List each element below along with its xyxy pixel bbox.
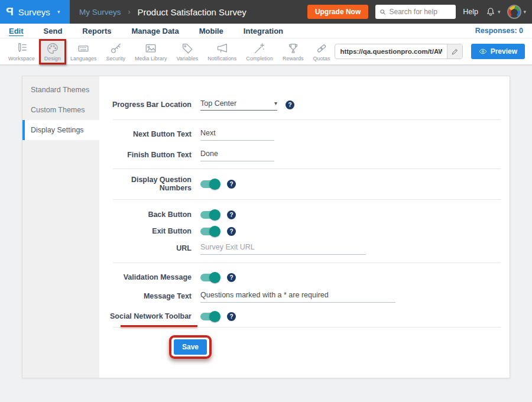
survey-nav: Edit Send Reports Manage Data Mobile Int… bbox=[0, 24, 532, 38]
save-button[interactable]: Save bbox=[174, 339, 207, 355]
nav-manage-data[interactable]: Manage Data bbox=[131, 27, 179, 35]
survey-url-input[interactable] bbox=[335, 48, 447, 55]
back-button-toggle[interactable] bbox=[200, 211, 219, 219]
chevron-down-icon: ▾ bbox=[498, 9, 501, 15]
toolbar-item-media-library[interactable]: Media Library bbox=[130, 40, 172, 64]
exit-url-row: URL bbox=[99, 241, 510, 256]
divider bbox=[113, 119, 501, 120]
breadcrumb: My Surveys › Product Satisfaction Survey bbox=[79, 7, 246, 17]
help-search bbox=[375, 5, 456, 19]
chevron-down-icon: ▾ bbox=[57, 9, 60, 15]
pencil-icon bbox=[451, 48, 459, 56]
chevron-down-icon: ▾ bbox=[274, 100, 277, 106]
sidebar-item-custom-themes[interactable]: Custom Themes bbox=[22, 100, 99, 120]
progress-bar-location-row: Progress Bar Location Top Center ▾ ? bbox=[99, 96, 510, 114]
nav-reports[interactable]: Reports bbox=[82, 27, 111, 35]
design-palette-icon bbox=[46, 42, 59, 55]
toolbar-item-security[interactable]: Security bbox=[101, 40, 130, 64]
divider bbox=[113, 168, 501, 169]
help-icon[interactable]: ? bbox=[227, 227, 236, 236]
nav-integration[interactable]: Integration bbox=[244, 27, 283, 35]
key-icon bbox=[109, 42, 122, 55]
nav-send[interactable]: Send bbox=[44, 27, 63, 35]
keyboard-icon bbox=[77, 42, 90, 55]
upgrade-now-button[interactable]: Upgrade Now bbox=[307, 5, 368, 19]
back-button-label: Back Button bbox=[99, 210, 192, 219]
toolbar-item-quotas[interactable]: Quotas bbox=[308, 40, 335, 64]
message-text-input[interactable] bbox=[200, 290, 395, 303]
design-settings-card: Standard Themes Custom Themes Display Se… bbox=[22, 76, 510, 378]
topbar-right: Upgrade Now Help ▾ ▾ bbox=[307, 5, 532, 19]
sidebar-item-standard-themes[interactable]: Standard Themes bbox=[22, 80, 99, 100]
finish-button-text-row: Finish Button Text bbox=[99, 147, 510, 163]
social-network-toolbar-row: Social Network Toolbar ? bbox=[99, 309, 510, 324]
message-text-label: Message Text bbox=[99, 292, 192, 300]
save-row: Save bbox=[99, 335, 510, 359]
display-question-numbers-label: Display Question Numbers bbox=[99, 176, 192, 192]
avatar bbox=[507, 5, 521, 19]
nav-mobile[interactable]: Mobile bbox=[199, 27, 223, 35]
back-button-row: Back Button ? bbox=[99, 207, 510, 222]
nav-edit[interactable]: Edit bbox=[9, 27, 24, 35]
toolbar-item-design[interactable]: Design bbox=[40, 40, 66, 64]
toolbar-item-variables[interactable]: Variables bbox=[171, 40, 203, 64]
toolbar-item-completion[interactable]: Completion bbox=[241, 40, 278, 64]
help-icon[interactable]: ? bbox=[227, 273, 236, 282]
toolbar-item-rewards[interactable]: Rewards bbox=[278, 40, 309, 64]
eye-icon bbox=[479, 47, 487, 56]
progress-bar-location-select[interactable]: Top Center ▾ bbox=[200, 99, 277, 111]
social-network-toolbar-toggle[interactable] bbox=[200, 313, 219, 320]
validation-message-row: Validation Message ? bbox=[99, 270, 510, 285]
divider bbox=[113, 199, 501, 200]
finish-button-text-label: Finish Button Text bbox=[99, 151, 192, 159]
survey-url-box bbox=[335, 44, 462, 59]
social-network-toolbar-label: Social Network Toolbar bbox=[99, 312, 192, 320]
divider bbox=[113, 327, 501, 328]
exit-button-toggle[interactable] bbox=[200, 228, 219, 235]
help-icon[interactable]: ? bbox=[286, 100, 294, 109]
toolbar-item-languages[interactable]: Languages bbox=[66, 40, 102, 64]
toolbar-item-notifications[interactable]: Notifications bbox=[203, 40, 241, 64]
tag-icon bbox=[181, 42, 194, 55]
workspace-icon bbox=[15, 42, 28, 55]
product-menu-label: Surveys bbox=[18, 7, 50, 17]
exit-url-label: URL bbox=[99, 244, 192, 252]
next-button-text-input[interactable] bbox=[200, 128, 274, 141]
finish-button-text-input[interactable] bbox=[200, 148, 274, 161]
annotation-social-toolbar-underline bbox=[121, 325, 197, 327]
help-icon[interactable]: ? bbox=[227, 312, 236, 321]
validation-message-toggle[interactable] bbox=[200, 274, 219, 281]
edit-url-button[interactable] bbox=[447, 44, 462, 59]
bell-icon bbox=[485, 7, 496, 17]
help-icon[interactable]: ? bbox=[227, 180, 236, 189]
notifications-menu[interactable]: ▾ bbox=[485, 7, 501, 17]
megaphone-icon bbox=[216, 42, 229, 55]
display-settings-form: Progress Bar Location Top Center ▾ ? Nex… bbox=[99, 76, 510, 378]
chevron-down-icon: ▾ bbox=[523, 9, 526, 15]
survey-title: Product Satisfaction Survey bbox=[138, 7, 246, 17]
exit-button-row: Exit Button ? bbox=[99, 223, 510, 239]
breadcrumb-my-surveys[interactable]: My Surveys bbox=[79, 8, 121, 17]
next-button-text-row: Next Button Text bbox=[99, 127, 510, 142]
preview-button[interactable]: Preview bbox=[471, 44, 525, 59]
divider bbox=[113, 262, 501, 263]
trophy-icon bbox=[287, 42, 300, 55]
help-link[interactable]: Help bbox=[463, 8, 478, 16]
wand-icon bbox=[253, 42, 266, 55]
progress-bar-location-label: Progress Bar Location bbox=[99, 100, 192, 109]
sidebar-item-display-settings[interactable]: Display Settings bbox=[22, 120, 99, 140]
edit-toolbar: Workspace Design Languages Security Medi… bbox=[0, 38, 532, 65]
link-icon bbox=[315, 42, 328, 55]
display-question-numbers-row: Display Question Numbers ? bbox=[99, 176, 510, 192]
display-question-numbers-toggle[interactable] bbox=[200, 180, 219, 188]
help-icon[interactable]: ? bbox=[227, 210, 236, 219]
account-menu[interactable]: ▾ bbox=[507, 5, 526, 19]
responses-count[interactable]: Responses: 0 bbox=[475, 27, 523, 35]
search-icon bbox=[379, 8, 386, 16]
next-button-text-label: Next Button Text bbox=[99, 130, 192, 138]
exit-button-label: Exit Button bbox=[99, 227, 192, 235]
search-input[interactable] bbox=[389, 8, 452, 16]
toolbar-item-workspace[interactable]: Workspace bbox=[4, 40, 40, 64]
exit-url-input[interactable] bbox=[200, 242, 366, 255]
product-switcher[interactable]: P Surveys ▾ bbox=[0, 0, 70, 24]
